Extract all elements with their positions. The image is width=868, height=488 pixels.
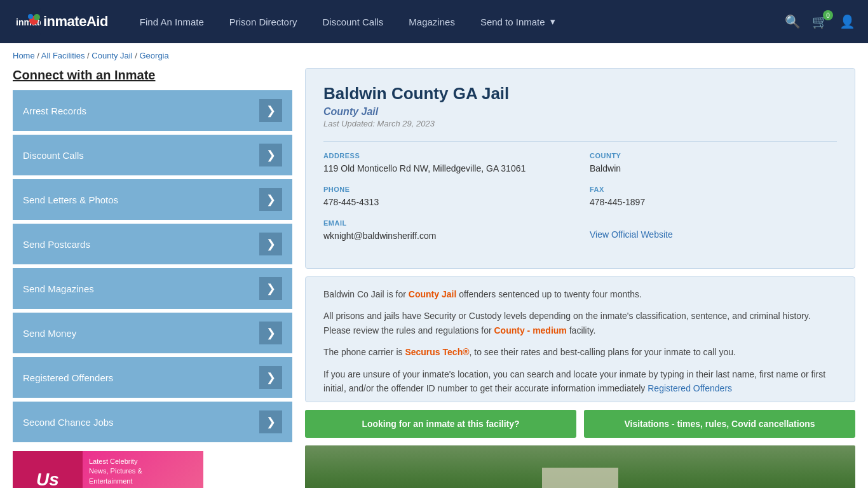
sidebar-menu: Arrest Records ❯ Discount Calls ❯ Send L… <box>13 90 292 442</box>
sidebar: Connect with an Inmate Arrest Records ❯ … <box>13 68 292 488</box>
facility-title: Baldwin County GA Jail <box>323 84 837 104</box>
phone-label: PHONE <box>323 186 571 193</box>
desc-para-2: All prisons and jails have Security or C… <box>323 309 837 337</box>
user-icon[interactable]: 👤 <box>839 14 855 29</box>
email-label: EMAIL <box>323 219 571 227</box>
facility-updated: Last Updated: March 29, 2023 <box>323 119 837 128</box>
breadcrumb-all-facilities[interactable]: All Facilities <box>41 51 85 60</box>
phone-value: 478-445-4313 <box>323 196 571 209</box>
ad-text: Latest Celebrity News, Pictures & Entert… <box>83 452 149 488</box>
content-area: Baldwin County GA Jail County Jail Last … <box>305 68 855 488</box>
address-value: 119 Old Monticello Rd NW, Milledgeville,… <box>323 162 571 175</box>
county-value: Baldwin <box>590 162 837 175</box>
ad-brand-logo: Us <box>13 451 83 488</box>
svg-point-4 <box>28 14 33 19</box>
sidebar-item-send-money[interactable]: Send Money ❯ <box>13 313 292 353</box>
sidebar-item-send-magazines[interactable]: Send Magazines ❯ <box>13 268 292 309</box>
breadcrumb-county-jail[interactable]: County Jail <box>92 51 132 60</box>
sidebar-title: Connect with an Inmate <box>13 68 292 83</box>
main-container: Connect with an Inmate Arrest Records ❯ … <box>0 68 868 488</box>
desc-para-1: Baldwin Co Jail is for County Jail offen… <box>323 287 837 301</box>
breadcrumb: Home / All Facilities / County Jail / Ge… <box>0 43 868 68</box>
sidebar-arrow-jobs: ❯ <box>259 410 282 433</box>
county-medium-link[interactable]: County - medium <box>494 325 566 336</box>
sidebar-arrow-calls: ❯ <box>259 144 282 166</box>
county-label: COUNTY <box>590 152 837 159</box>
sidebar-arrow-letters: ❯ <box>259 188 282 211</box>
sidebar-arrow-money: ❯ <box>259 322 282 344</box>
svg-point-3 <box>34 14 40 20</box>
facility-info-grid: ADDRESS 119 Old Monticello Rd NW, Milled… <box>323 141 837 243</box>
sidebar-item-discount-calls[interactable]: Discount Calls ❯ <box>13 135 292 175</box>
nav-discount-calls[interactable]: Discount Calls <box>322 17 383 27</box>
dropdown-chevron-icon: ▾ <box>550 16 555 27</box>
sidebar-item-second-chance-jobs[interactable]: Second Chance Jobs ❯ <box>13 402 292 442</box>
address-block: ADDRESS 119 Old Monticello Rd NW, Milled… <box>323 152 571 175</box>
email-value: wknight@baldwinsheriff.com <box>323 229 571 243</box>
search-icon[interactable]: 🔍 <box>785 14 801 29</box>
sidebar-item-arrest-records[interactable]: Arrest Records ❯ <box>13 90 292 131</box>
fax-label: FAX <box>590 186 837 193</box>
sidebar-item-send-postcards[interactable]: Send Postcards ❯ <box>13 224 292 264</box>
breadcrumb-home[interactable]: Home <box>13 51 35 60</box>
sidebar-arrow-postcards: ❯ <box>259 233 282 255</box>
email-block: EMAIL wknight@baldwinsheriff.com <box>323 219 571 243</box>
cart-icon[interactable]: 🛒 0 <box>812 14 828 29</box>
securus-link[interactable]: Securus Tech® <box>405 347 469 357</box>
website-link[interactable]: View Official Website <box>590 229 673 240</box>
county-block: COUNTY Baldwin <box>590 152 837 175</box>
facility-type: County Jail <box>323 106 837 118</box>
desc-para-3: The phone carrier is Securus Tech®, to s… <box>323 345 837 359</box>
nav-find-inmate[interactable]: Find An Inmate <box>140 17 204 27</box>
breadcrumb-georgia[interactable]: Georgia <box>139 51 168 60</box>
address-label: ADDRESS <box>323 152 571 159</box>
main-nav: Find An Inmate Prison Directory Discount… <box>140 16 766 27</box>
sidebar-arrow-magazines: ❯ <box>259 277 282 300</box>
description-section: Baldwin Co Jail is for County Jail offen… <box>305 276 855 402</box>
logo-text: inmateAid <box>43 13 108 30</box>
visitation-button[interactable]: Visitations - times, rules, Covid cancel… <box>584 410 855 438</box>
sidebar-arrow-arrest: ❯ <box>259 99 282 122</box>
ad-banner[interactable]: Us Latest Celebrity News, Pictures & Ent… <box>13 451 203 488</box>
nav-prison-directory[interactable]: Prison Directory <box>229 17 297 27</box>
desc-para-4: If you are unsure of your inmate's locat… <box>323 367 837 396</box>
sidebar-arrow-offenders: ❯ <box>259 366 282 389</box>
header-icons: 🔍 🛒 0 👤 <box>785 14 855 29</box>
sidebar-item-send-letters[interactable]: Send Letters & Photos ❯ <box>13 179 292 220</box>
nav-send-to-inmate[interactable]: Send to Inmate ▾ <box>480 16 555 27</box>
logo[interactable]: inmate inmateAid <box>13 8 108 36</box>
nav-magazines[interactable]: Magazines <box>409 17 455 27</box>
building-shape <box>542 468 618 488</box>
fax-value: 478-445-1897 <box>590 196 837 209</box>
sidebar-item-registered-offenders[interactable]: Registered Offenders ❯ <box>13 357 292 398</box>
header: inmate inmateAid Find An Inmate Prison D… <box>0 0 868 43</box>
looking-for-inmate-button[interactable]: Looking for an inmate at this facility? <box>305 410 576 438</box>
facility-card: Baldwin County GA Jail County Jail Last … <box>305 68 855 269</box>
logo-icon: inmate <box>13 8 41 36</box>
registered-offenders-link[interactable]: Registered Offenders <box>648 383 732 393</box>
action-buttons: Looking for an inmate at this facility? … <box>305 410 855 438</box>
county-jail-link[interactable]: County Jail <box>409 289 456 299</box>
website-block: - View Official Website <box>590 219 837 243</box>
aerial-photo <box>305 445 855 488</box>
fax-block: FAX 478-445-1897 <box>590 186 837 209</box>
phone-block: PHONE 478-445-4313 <box>323 186 571 209</box>
cart-count: 0 <box>823 10 833 20</box>
